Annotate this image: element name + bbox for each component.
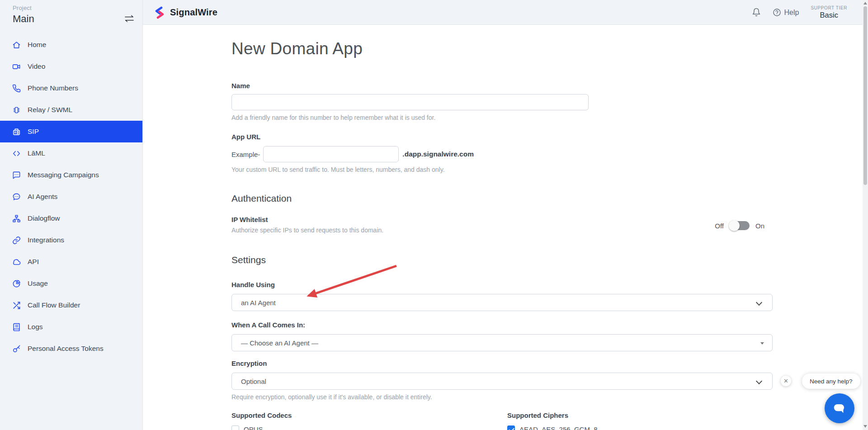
ip-whitelist-toggle-group: Off On [715,217,764,234]
sidebar-item-label: API [28,258,39,266]
topbar: SignalWire Help SUPPORT TIER Basic [143,0,863,25]
sidebar-item-usage[interactable]: Usage [0,273,142,294]
link-icon [12,236,21,245]
sidebar-item-home[interactable]: Home [0,34,142,56]
toggle-on-label: On [755,222,764,230]
sidebar-item-api[interactable]: API [0,251,142,273]
authentication-heading: Authentication [231,193,773,204]
encryption-select[interactable]: Optional [231,373,773,390]
sidebar: Project Main Home Video Phone Numbers Re… [0,0,143,430]
call-comes-in-select[interactable]: — Choose an AI Agent — [231,334,773,351]
sidebar-item-integrations[interactable]: Integrations [0,229,142,251]
name-label: Name [231,82,773,90]
chip-icon [12,106,21,114]
chat-tooltip-text: Need any help? [810,378,853,385]
help-button[interactable]: Help [773,8,799,17]
supported-ciphers-label: Supported Ciphers [507,411,568,419]
pie-chart-icon [12,279,21,288]
question-circle-icon [773,8,781,17]
notifications-bell-icon[interactable] [752,8,761,18]
toggle-knob [729,220,740,231]
project-name[interactable]: Main [13,13,130,25]
chat-launcher-button[interactable] [825,393,854,423]
cloud-icon [12,258,21,266]
sidebar-item-label: Video [28,62,45,71]
close-icon: ✕ [783,378,788,384]
sidebar-item-laml[interactable]: LāML [0,142,142,164]
chat-tooltip-close-button[interactable]: ✕ [781,376,791,386]
app-url-suffix: .dapp.signalwire.com [402,150,474,158]
key-icon [12,345,21,353]
main-content: New Domain App Name Add a friendly name … [143,25,863,430]
scrollbar-down-arrow[interactable] [863,425,867,428]
scrollbar-up-arrow[interactable] [863,2,867,5]
brand-name: SignalWire [170,7,217,18]
checkbox-unchecked[interactable] [231,425,239,430]
sidebar-nav: Home Video Phone Numbers Relay / SWML SI… [0,34,142,359]
app-url-input[interactable] [263,146,399,162]
sidebar-item-label: Home [28,41,46,49]
handle-using-value: an AI Agent [241,299,276,307]
ip-whitelist-toggle[interactable] [730,221,750,230]
handle-using-label: Handle Using [231,281,773,288]
sidebar-item-label: Phone Numbers [28,84,78,92]
ip-whitelist-helper: Authorize specific IPs to send requests … [231,227,383,234]
sidebar-item-call-flow-builder[interactable]: Call Flow Builder [0,294,142,316]
page-title: New Domain App [231,39,773,58]
sidebar-item-label: Dialogflow [28,214,60,222]
checkbox-checked[interactable] [507,425,515,430]
chat-bubble-icon [12,193,21,201]
sidebar-item-dialogflow[interactable]: Dialogflow [0,208,142,229]
phone-icon [12,84,21,93]
message-icon [12,171,21,180]
sidebar-item-phone-numbers[interactable]: Phone Numbers [0,77,142,99]
page-scrollbar[interactable] [863,0,868,430]
sidebar-item-label: Integrations [28,236,64,244]
collapse-sidebar-icon[interactable] [124,14,134,23]
code-icon [12,149,21,158]
handle-using-select[interactable]: an AI Agent [231,294,773,311]
sidebar-item-personal-access-tokens[interactable]: Personal Access Tokens [0,338,142,359]
codecs-ciphers-row: Supported Codecs OPUS Supported Ciphers … [231,411,773,430]
sidebar-item-messaging-campaigns[interactable]: Messaging Campaigns [0,164,142,186]
sidebar-item-sip[interactable]: SIP [0,121,142,142]
call-comes-in-label: When A Call Comes In: [231,321,773,329]
sidebar-item-relay-swml[interactable]: Relay / SWML [0,99,142,121]
cipher-option-aead[interactable]: AEAD_AES_256_GCM_8 [507,425,773,430]
support-tier-value: Basic [811,11,847,19]
app-url-helper: Your custom URL to send traffic to. Must… [231,166,773,173]
sidebar-item-ai-agents[interactable]: AI Agents [0,186,142,208]
encryption-helper: Require encryption, optionally use it if… [231,393,773,401]
call-comes-in-field-group: When A Call Comes In: — Choose an AI Age… [231,321,773,351]
dropdown-arrow-icon [760,342,764,345]
sidebar-item-label: Relay / SWML [28,106,72,114]
ip-whitelist-label: IP Whitelist [231,216,268,223]
codec-option-label: OPUS [244,425,263,430]
help-label: Help [784,9,799,17]
chat-bubble-icon [831,400,848,417]
hierarchy-icon [12,214,21,223]
sip-phone-icon [12,128,21,136]
sidebar-item-logs[interactable]: Logs [0,316,142,338]
cipher-option-label: AEAD_AES_256_GCM_8 [519,425,598,430]
sidebar-item-label: Usage [28,279,48,288]
shuffle-icon [12,301,21,310]
chat-tooltip: Need any help? [802,373,860,389]
settings-heading: Settings [231,255,773,265]
topbar-actions: Help SUPPORT TIER Basic [752,0,847,25]
toggle-off-label: Off [715,222,724,230]
video-icon [12,62,21,71]
chevron-down-icon [756,378,762,384]
encryption-value: Optional [241,378,266,385]
scrollbar-thumb[interactable] [863,6,867,185]
sidebar-item-video[interactable]: Video [0,56,142,77]
encryption-label: Encryption [231,359,773,367]
call-comes-in-value: — Choose an AI Agent — [241,339,318,347]
codec-option-opus[interactable]: OPUS [231,425,507,430]
support-tier-label: SUPPORT TIER [811,5,847,11]
handle-using-field-group: Handle Using an AI Agent [231,281,773,311]
brand-logo[interactable]: SignalWire [154,0,217,25]
support-tier: SUPPORT TIER Basic [811,5,847,19]
name-input[interactable] [231,94,589,110]
sidebar-item-label: AI Agents [28,193,57,201]
